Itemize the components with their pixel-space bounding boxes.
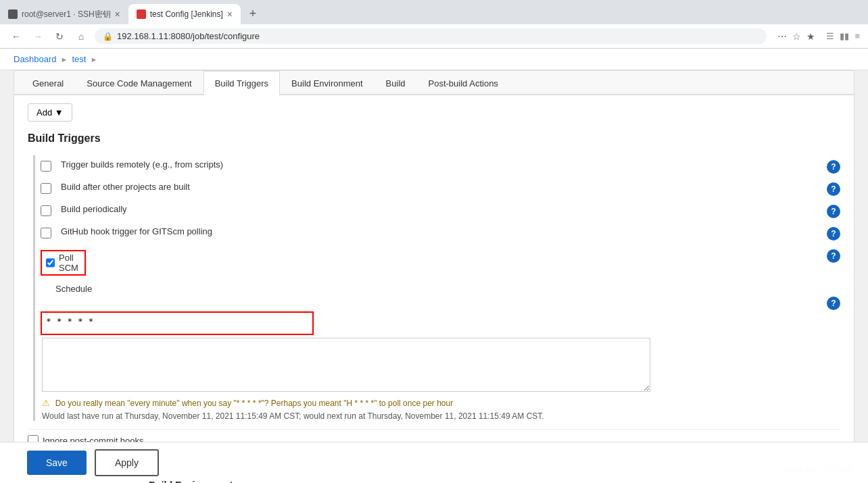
warning-section: ⚠ Do you really mean "every minute" when… [42,398,840,421]
check-build-periodically[interactable] [41,205,51,216]
help-icon-poll-scm[interactable]: ? [827,249,840,263]
apply-button[interactable]: Apply [95,449,159,455]
bookmark-icon[interactable]: ☆ [792,31,801,42]
check-github-hook-col [41,226,61,240]
help-icon-schedule[interactable]: ? [827,297,840,310]
schedule-help-row: ? [54,297,840,310]
new-tab-button[interactable]: + [243,4,262,23]
browser-window: root@server1 · SSH密钥 × test Config [Jenk… [0,0,868,49]
tab1-label: root@server1 · SSH密钥 [22,9,111,20]
schedule-textarea-section: * * * * * [35,311,840,394]
browser-tab-2[interactable]: test Config [Jenkins] × [128,4,241,24]
lock-icon: 🔒 [103,32,113,41]
content-area: Add ▼ Build Triggers Trigger builds remo… [14,95,854,454]
breadcrumb-sep1: ► [61,55,68,63]
address-bar: ← → ↻ ⌂ 🔒 192.168.1.11:8080/job/test/con… [0,24,868,49]
check-trigger-remote[interactable] [41,161,51,172]
schedule-label-row: Schedule [55,284,840,294]
config-tabs: General Source Code Management Build Tri… [14,71,854,95]
label-build-periodically: Build periodically [61,204,820,214]
help-github-hook[interactable]: ? [820,226,840,240]
help-trigger-remote[interactable]: ? [820,159,840,174]
add-button-label: Add ▼ [37,107,64,118]
schedule-textarea-full[interactable] [42,338,650,392]
tab-build-triggers[interactable]: Build Triggers [203,71,280,95]
help-icon-trigger-remote[interactable]: ? [827,160,840,174]
tab2-label: test Config [Jenkins] [150,9,223,19]
forward-button[interactable]: → [30,28,46,45]
schedule-label: Schedule [55,284,92,294]
browser-toolbar: ⋯ ☆ ★ ☰ ▮▮ ≡ [777,31,860,42]
save-button[interactable]: Save [27,451,87,455]
option-poll-scm: Poll SCM ? [35,245,840,280]
breadcrumb-dashboard[interactable]: Dashboard [14,54,57,64]
browser-tab-1[interactable]: root@server1 · SSH密钥 × [0,4,128,24]
schedule-input-highlight: * * * * * [41,311,314,335]
option-github-hook: GitHub hook trigger for GITScm polling ? [35,222,840,245]
help-build-after[interactable]: ? [820,182,840,196]
help-icon-build-after[interactable]: ? [827,182,840,196]
tab1-favicon [8,9,18,19]
label-build-after: Build after other projects are built [61,182,820,192]
help-build-periodically[interactable]: ? [820,204,840,218]
check-build-after-col [41,182,61,196]
label-github-hook: GitHub hook trigger for GITScm polling [61,226,820,236]
settings-icon[interactable]: ▮▮ [840,31,849,42]
bottom-bar: Save Apply Build Environment [0,442,868,455]
url-text: 192.168.1.11:8080/job/test/configure [117,31,758,41]
breadcrumb-test[interactable]: test [72,54,87,64]
help-poll-scm[interactable]: ? [820,249,840,263]
option-trigger-remote: Trigger builds remotely (e.g., from scri… [35,155,840,178]
main-content: General Source Code Management Build Tri… [14,70,854,455]
tab-post-build[interactable]: Post-build Actions [417,71,510,95]
url-bar[interactable]: 🔒 192.168.1.11:8080/job/test/configure [95,28,767,44]
warning-text-row: ⚠ Do you really mean "every minute" when… [42,398,840,408]
check-github-hook[interactable] [41,228,51,238]
add-button-wrap: Add ▼ [28,103,840,122]
schedule-help-col[interactable]: ? [820,297,840,310]
favorites-icon[interactable]: ★ [806,31,815,42]
tab-scm[interactable]: Source Code Management [75,71,203,95]
option-build-periodically: Build periodically ? [35,200,840,222]
home-button[interactable]: ⌂ [73,28,89,45]
poll-scm-highlight: Poll SCM [41,250,86,276]
breadcrumb-sep2: ► [90,55,97,63]
tab2-close[interactable]: × [227,9,233,20]
info-text: Would last have run at Thursday, Novembe… [42,411,544,421]
tab-build[interactable]: Build [375,71,417,95]
help-icon-github-hook[interactable]: ? [827,227,840,240]
tab-general[interactable]: General [21,71,75,95]
option-build-after: Build after other projects are built ? [35,178,840,200]
check-build-after[interactable] [41,183,51,194]
sidebar-icon[interactable]: ☰ [826,31,834,42]
section-title: Build Triggers [28,132,840,145]
menu-icon[interactable]: ≡ [854,31,860,42]
check-poll-scm-col: Poll SCM [41,249,61,276]
check-build-periodically-col [41,204,61,218]
back-button[interactable]: ← [8,28,24,45]
help-icon-build-periodically[interactable]: ? [827,205,840,218]
schedule-textarea-full-wrap [42,338,840,394]
check-trigger-remote-col [41,159,61,174]
reload-button[interactable]: ↻ [51,28,68,45]
tab-bar: root@server1 · SSH密钥 × test Config [Jenk… [0,0,868,24]
tab1-close[interactable]: × [115,9,120,20]
warning-icon: ⚠ [42,398,50,408]
schedule-textarea[interactable]: * * * * * [42,313,312,332]
add-button[interactable]: Add ▼ [28,103,72,122]
warning-text: Do you really mean "every minute" when y… [55,399,454,408]
check-poll-scm[interactable] [46,257,55,268]
tab2-favicon [137,9,146,19]
tab-build-env[interactable]: Build Environment [280,71,375,95]
breadcrumb: Dashboard ► test ► [0,49,868,70]
info-text-row: Would last have run at Thursday, Novembe… [42,411,840,421]
triggers-section: Trigger builds remotely (e.g., from scri… [33,155,840,421]
label-trigger-remote: Trigger builds remotely (e.g., from scri… [61,159,820,170]
extensions-icon[interactable]: ⋯ [777,31,787,42]
